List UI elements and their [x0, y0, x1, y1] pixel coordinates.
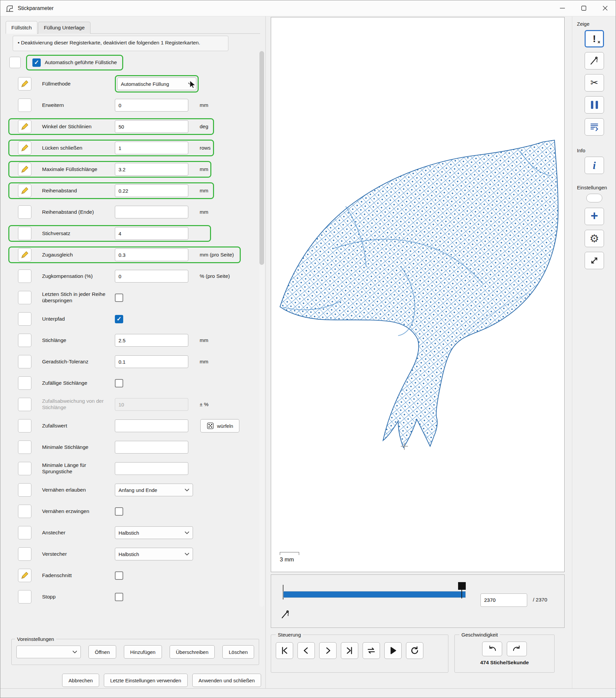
go-start-button[interactable] [276, 642, 293, 659]
param-row-luecken: Lücken schließen rows [0, 137, 265, 159]
zugkompensation-input[interactable] [115, 270, 188, 282]
enable-checkbox[interactable] [18, 291, 31, 304]
zufallswert-input[interactable] [115, 419, 188, 432]
show-trims-button[interactable]: ✂ [585, 74, 604, 92]
show-commands-button[interactable]: ! × [585, 30, 604, 47]
show-log-button[interactable] [585, 118, 604, 136]
wuerfeln-button[interactable]: würfeln [200, 419, 239, 432]
tab-fuellstitch[interactable]: Füllstitch [6, 21, 38, 34]
unterpfad-checkbox[interactable] [115, 315, 123, 323]
anstecher-select[interactable]: Halbstich [115, 526, 193, 539]
verstecher-select[interactable]: Halbstich [115, 548, 193, 560]
enable-checkbox[interactable] [18, 205, 31, 219]
enable-checkbox[interactable] [18, 547, 31, 561]
einstellungen-label: Einstellungen [577, 185, 616, 190]
scrollbar-thumb[interactable] [260, 51, 264, 265]
reihenabstand-input[interactable] [115, 184, 188, 197]
stopp-checkbox[interactable] [115, 593, 123, 601]
stickparameter-dialog: Stickparameter Füllstitch Füllung Unterl… [0, 0, 616, 698]
use-last-settings-button[interactable]: Letzte Einstellungen verwenden [104, 674, 188, 687]
max-stichlaenge-input[interactable] [115, 163, 188, 176]
stitch-slider-track[interactable] [283, 591, 466, 598]
preset-add-button[interactable]: Hinzufügen [124, 645, 162, 659]
pencil-icon[interactable] [18, 248, 31, 262]
param-label: Zugausgleich [42, 252, 115, 258]
fill-method-highlight: Automatische Füllung [115, 75, 199, 93]
slower-button[interactable] [482, 642, 502, 656]
tab-fuellung-unterlage[interactable]: Füllung Unterlage [38, 22, 90, 34]
show-needle-points-button[interactable] [585, 52, 604, 69]
reverse-direction-button[interactable] [363, 642, 380, 659]
zufall-checkbox[interactable] [115, 379, 123, 387]
preset-overwrite-button[interactable]: Überschreiben [170, 645, 215, 659]
zeige-label: Zeige [577, 21, 616, 27]
stitch-position-input[interactable] [480, 594, 527, 607]
pencil-icon[interactable] [18, 163, 31, 176]
enable-checkbox[interactable] [18, 441, 31, 454]
minimize-button[interactable] [551, 0, 573, 16]
zugausgleich-input[interactable] [115, 249, 188, 261]
stitch-slider-handle[interactable] [458, 582, 466, 590]
enable-checkbox[interactable] [18, 269, 31, 283]
enable-checkbox[interactable] [18, 419, 31, 432]
cancel-button[interactable]: Abbrechen [62, 674, 99, 687]
pencil-icon[interactable] [18, 569, 31, 582]
preset-select[interactable] [16, 645, 81, 658]
enable-checkbox[interactable] [18, 376, 31, 390]
needle-icon [589, 56, 599, 66]
autofill-enable-checkbox[interactable] [9, 57, 21, 68]
apply-close-button[interactable]: Anwenden und schließen [192, 674, 261, 687]
add-button[interactable]: + [585, 208, 604, 225]
play-button[interactable] [384, 642, 402, 659]
min-stichlaenge-input[interactable] [115, 441, 188, 453]
enable-checkbox[interactable] [18, 99, 31, 112]
enable-checkbox[interactable] [18, 526, 31, 539]
fit-to-window-button[interactable] [585, 252, 604, 269]
letzten-stich-checkbox[interactable] [115, 294, 123, 302]
wuerfeln-label: würfeln [217, 423, 233, 429]
enable-checkbox[interactable] [18, 483, 31, 497]
step-back-button[interactable] [297, 642, 315, 659]
enable-checkbox[interactable] [18, 312, 31, 326]
preset-open-button[interactable]: Öffnen [88, 645, 116, 659]
stichversatz-input[interactable] [115, 227, 188, 240]
color-swatch[interactable] [586, 194, 602, 203]
enable-checkbox[interactable] [18, 590, 31, 603]
fill-method-select[interactable]: Automatische Füllung [117, 78, 196, 90]
pencil-icon[interactable] [18, 120, 31, 133]
pencil-icon[interactable] [18, 77, 31, 90]
vernaehen-erzwingen-checkbox[interactable] [115, 507, 123, 516]
enable-checkbox[interactable] [18, 505, 31, 518]
param-row-stopp: Stopp [0, 586, 265, 608]
scrollbar[interactable] [260, 51, 264, 607]
pencil-icon[interactable] [18, 141, 31, 155]
restart-button[interactable] [406, 642, 423, 659]
luecken-input[interactable] [115, 142, 188, 154]
enable-checkbox[interactable] [18, 462, 31, 475]
erweitern-input[interactable] [115, 99, 188, 112]
toleranz-input[interactable] [115, 355, 188, 368]
winkel-input[interactable] [115, 120, 188, 133]
enable-checkbox[interactable] [18, 334, 31, 347]
enable-checkbox[interactable] [18, 227, 31, 240]
param-row-erweitern: Erweitern mm [0, 95, 265, 116]
maximize-button[interactable] [573, 0, 594, 16]
info-icon: i [593, 159, 596, 172]
faster-button[interactable] [507, 642, 527, 656]
settings-button[interactable]: ⚙ [585, 230, 604, 247]
reihenabstand-ende-input[interactable] [115, 206, 188, 219]
fadenschnitt-checkbox[interactable] [115, 571, 123, 580]
pause-button[interactable] [585, 96, 604, 114]
step-forward-button[interactable] [319, 642, 337, 659]
close-button[interactable] [594, 0, 616, 16]
enable-checkbox[interactable] [18, 355, 31, 368]
stichlaenge-input[interactable] [115, 334, 188, 347]
go-end-button[interactable] [341, 642, 358, 659]
info-button[interactable]: i [585, 157, 604, 174]
enable-checkbox[interactable] [18, 398, 31, 411]
vernaehen-erlauben-select[interactable]: Anfang und Ende [115, 484, 193, 496]
preset-delete-button[interactable]: Löschen [222, 645, 254, 659]
pencil-icon[interactable] [18, 184, 31, 197]
min-sprungstiche-input[interactable] [115, 462, 188, 475]
autofill-checkbox[interactable] [32, 58, 41, 67]
